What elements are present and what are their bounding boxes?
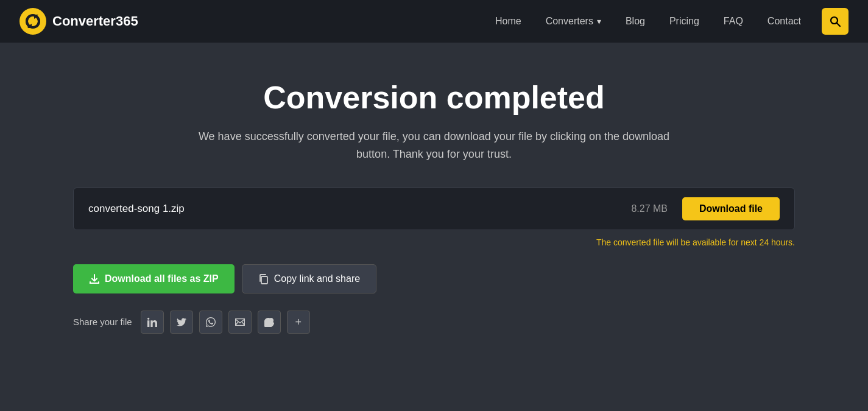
twitter-share-button[interactable] [170,311,193,334]
nav-contact[interactable]: Contact [757,11,812,32]
file-right: 8.27 MB Download file [631,197,780,220]
search-button[interactable] [822,8,849,35]
search-icon [829,15,841,27]
share-label: Share your file [73,317,132,327]
email-share-button[interactable] [228,311,252,334]
navbar: Converter365 Home Converters Blog Pricin… [0,0,868,43]
action-buttons: Download all files as ZIP Copy link and … [73,264,795,293]
plus-icon: + [295,317,302,328]
svg-rect-3 [261,276,267,284]
file-availability: The converted file will be available for… [73,237,795,247]
nav-faq[interactable]: FAQ [713,11,754,32]
nav-links: Home Converters Blog Pricing FAQ Contact [484,8,849,35]
file-row: converted-song 1.zip 8.27 MB Download fi… [73,188,795,230]
copy-link-button[interactable]: Copy link and share [242,264,376,293]
share-row: Share your file + [73,311,795,334]
skype-icon [264,317,274,327]
file-name: converted-song 1.zip [88,203,185,215]
linkedin-icon [147,317,157,327]
whatsapp-share-button[interactable] [199,311,222,334]
whatsapp-icon [206,317,216,327]
main-content: Conversion completed We have successfull… [0,43,868,358]
file-size: 8.27 MB [631,203,668,214]
logo-link[interactable]: Converter365 [19,8,138,35]
nav-blog[interactable]: Blog [615,11,656,32]
skype-share-button[interactable] [258,311,281,334]
nav-pricing[interactable]: Pricing [658,11,710,32]
more-share-button[interactable]: + [287,311,310,334]
nav-converters[interactable]: Converters [535,11,612,32]
svg-point-0 [19,8,46,35]
page-title: Conversion completed [73,79,795,116]
nav-home[interactable]: Home [484,11,532,32]
copy-icon [258,273,269,284]
logo-icon [19,8,46,35]
linkedin-share-button[interactable] [141,311,164,334]
email-icon [235,317,245,327]
svg-line-2 [837,23,840,26]
download-icon [89,273,100,284]
download-zip-button[interactable]: Download all files as ZIP [73,264,235,293]
logo-text: Converter365 [52,13,138,29]
twitter-icon [177,317,186,327]
download-file-button[interactable]: Download file [682,197,780,220]
converters-dropdown-icon [596,16,601,27]
page-subtitle: We have successfully converted your file… [197,128,672,163]
